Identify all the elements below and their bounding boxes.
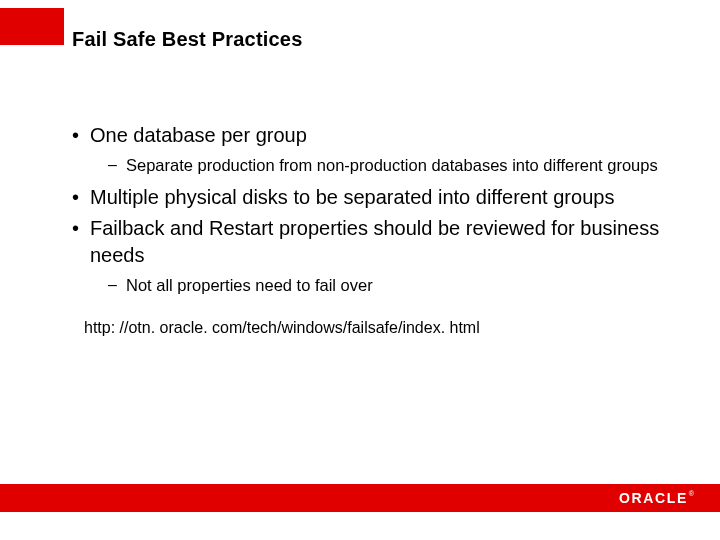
sub-bullet-item: Not all properties need to fail over — [96, 275, 662, 296]
bullet-item: Multiple physical disks to be separated … — [72, 184, 662, 211]
sub-list: Not all properties need to fail over — [90, 275, 662, 296]
slide-title: Fail Safe Best Practices — [72, 28, 302, 51]
slide: Fail Safe Best Practices One database pe… — [0, 0, 720, 540]
sub-bullet-text: Not all properties need to fail over — [126, 276, 373, 294]
bullet-item: One database per group Separate producti… — [72, 122, 662, 176]
logo-registered-mark: ® — [689, 490, 694, 497]
reference-url: http: //otn. oracle. com/tech/windows/fa… — [84, 319, 662, 337]
bullet-text: One database per group — [90, 124, 307, 146]
oracle-logo: ORACLE ® — [619, 490, 694, 506]
sub-bullet-text: Separate production from non-production … — [126, 156, 658, 174]
logo-text: ORACLE — [619, 490, 688, 506]
corner-accent — [0, 8, 64, 45]
sub-bullet-item: Separate production from non-production … — [96, 155, 662, 176]
bullet-text: Failback and Restart properties should b… — [90, 217, 659, 266]
sub-list: Separate production from non-production … — [90, 155, 662, 176]
footer-band — [0, 484, 720, 512]
bullet-item: Failback and Restart properties should b… — [72, 215, 662, 296]
bullet-list: One database per group Separate producti… — [72, 122, 662, 297]
bullet-text: Multiple physical disks to be separated … — [90, 186, 614, 208]
content-area: One database per group Separate producti… — [72, 122, 662, 337]
